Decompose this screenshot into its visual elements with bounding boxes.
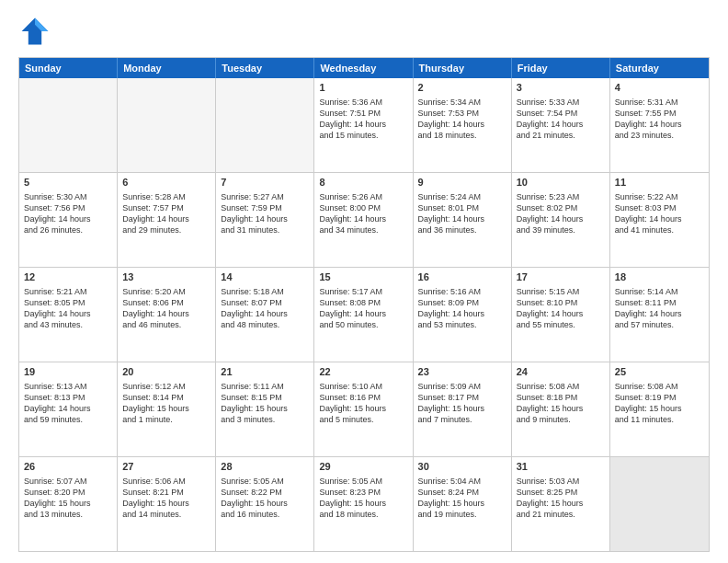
day-number: 12 xyxy=(24,270,112,284)
calendar-cell: 18Sunrise: 5:14 AM Sunset: 8:11 PM Dayli… xyxy=(610,268,709,362)
calendar-body: 1Sunrise: 5:36 AM Sunset: 7:51 PM Daylig… xyxy=(19,78,709,551)
day-number: 4 xyxy=(615,81,704,95)
day-number: 9 xyxy=(418,176,506,190)
calendar-cell: 9Sunrise: 5:24 AM Sunset: 8:01 PM Daylig… xyxy=(414,173,512,267)
day-info: Sunrise: 5:26 AM Sunset: 8:00 PM Dayligh… xyxy=(319,191,407,236)
day-number: 25 xyxy=(615,365,704,379)
day-number: 10 xyxy=(517,176,605,190)
day-info: Sunrise: 5:10 AM Sunset: 8:16 PM Dayligh… xyxy=(319,381,407,426)
calendar-cell: 2Sunrise: 5:34 AM Sunset: 7:53 PM Daylig… xyxy=(414,78,512,172)
calendar-cell xyxy=(610,457,709,551)
day-number: 27 xyxy=(122,460,210,474)
calendar-cell: 20Sunrise: 5:12 AM Sunset: 8:14 PM Dayli… xyxy=(118,362,216,456)
day-number: 24 xyxy=(517,365,605,379)
day-info: Sunrise: 5:21 AM Sunset: 8:05 PM Dayligh… xyxy=(24,286,112,331)
day-info: Sunrise: 5:05 AM Sunset: 8:23 PM Dayligh… xyxy=(319,476,407,521)
calendar-cell: 11Sunrise: 5:22 AM Sunset: 8:03 PM Dayli… xyxy=(610,173,709,267)
weekday-header: Friday xyxy=(512,58,610,78)
calendar-cell: 25Sunrise: 5:08 AM Sunset: 8:19 PM Dayli… xyxy=(610,362,709,456)
page: SundayMondayTuesdayWednesdayThursdayFrid… xyxy=(0,0,728,563)
day-info: Sunrise: 5:30 AM Sunset: 7:56 PM Dayligh… xyxy=(24,191,112,236)
calendar-cell: 24Sunrise: 5:08 AM Sunset: 8:18 PM Dayli… xyxy=(512,362,610,456)
day-info: Sunrise: 5:36 AM Sunset: 7:51 PM Dayligh… xyxy=(319,97,407,142)
calendar-cell: 1Sunrise: 5:36 AM Sunset: 7:51 PM Daylig… xyxy=(314,78,413,172)
weekday-header: Monday xyxy=(118,58,216,78)
day-number: 11 xyxy=(615,176,704,190)
calendar-cell: 10Sunrise: 5:23 AM Sunset: 8:02 PM Dayli… xyxy=(512,173,610,267)
day-number: 18 xyxy=(615,270,704,284)
weekday-header: Wednesday xyxy=(314,58,413,78)
calendar-cell: 3Sunrise: 5:33 AM Sunset: 7:54 PM Daylig… xyxy=(512,78,610,172)
calendar-cell: 14Sunrise: 5:18 AM Sunset: 8:07 PM Dayli… xyxy=(216,268,314,362)
day-info: Sunrise: 5:05 AM Sunset: 8:22 PM Dayligh… xyxy=(221,476,309,521)
day-number: 7 xyxy=(221,176,309,190)
day-info: Sunrise: 5:23 AM Sunset: 8:02 PM Dayligh… xyxy=(517,191,605,236)
calendar-cell: 21Sunrise: 5:11 AM Sunset: 8:15 PM Dayli… xyxy=(216,362,314,456)
calendar-row: 19Sunrise: 5:13 AM Sunset: 8:13 PM Dayli… xyxy=(19,362,709,456)
day-info: Sunrise: 5:34 AM Sunset: 7:53 PM Dayligh… xyxy=(418,97,506,142)
calendar: SundayMondayTuesdayWednesdayThursdayFrid… xyxy=(18,57,710,552)
day-number: 22 xyxy=(319,365,407,379)
calendar-cell: 22Sunrise: 5:10 AM Sunset: 8:16 PM Dayli… xyxy=(314,362,413,456)
day-info: Sunrise: 5:13 AM Sunset: 8:13 PM Dayligh… xyxy=(24,381,112,426)
day-info: Sunrise: 5:17 AM Sunset: 8:08 PM Dayligh… xyxy=(319,286,407,331)
day-info: Sunrise: 5:14 AM Sunset: 8:11 PM Dayligh… xyxy=(615,286,704,331)
day-info: Sunrise: 5:09 AM Sunset: 8:17 PM Dayligh… xyxy=(418,381,506,426)
day-number: 29 xyxy=(319,460,407,474)
day-info: Sunrise: 5:07 AM Sunset: 8:20 PM Dayligh… xyxy=(24,476,112,521)
day-number: 19 xyxy=(24,365,112,379)
calendar-row: 26Sunrise: 5:07 AM Sunset: 8:20 PM Dayli… xyxy=(19,456,709,551)
calendar-cell: 5Sunrise: 5:30 AM Sunset: 7:56 PM Daylig… xyxy=(19,173,118,267)
day-info: Sunrise: 5:33 AM Sunset: 7:54 PM Dayligh… xyxy=(517,97,605,142)
day-info: Sunrise: 5:11 AM Sunset: 8:15 PM Dayligh… xyxy=(221,381,309,426)
day-info: Sunrise: 5:03 AM Sunset: 8:25 PM Dayligh… xyxy=(517,476,605,521)
calendar-cell: 19Sunrise: 5:13 AM Sunset: 8:13 PM Dayli… xyxy=(19,362,118,456)
calendar-cell: 17Sunrise: 5:15 AM Sunset: 8:10 PM Dayli… xyxy=(512,268,610,362)
weekday-header: Tuesday xyxy=(216,58,314,78)
day-number: 21 xyxy=(221,365,309,379)
day-info: Sunrise: 5:20 AM Sunset: 8:06 PM Dayligh… xyxy=(122,286,210,331)
day-number: 30 xyxy=(418,460,506,474)
day-number: 28 xyxy=(221,460,309,474)
calendar-row: 1Sunrise: 5:36 AM Sunset: 7:51 PM Daylig… xyxy=(19,78,709,172)
day-number: 15 xyxy=(319,270,407,284)
calendar-cell xyxy=(19,78,118,172)
day-number: 3 xyxy=(517,81,605,95)
logo xyxy=(18,15,57,48)
day-number: 20 xyxy=(122,365,210,379)
day-info: Sunrise: 5:08 AM Sunset: 8:18 PM Dayligh… xyxy=(517,381,605,426)
calendar-cell: 27Sunrise: 5:06 AM Sunset: 8:21 PM Dayli… xyxy=(118,457,216,551)
day-number: 16 xyxy=(418,270,506,284)
header xyxy=(18,15,710,48)
day-info: Sunrise: 5:28 AM Sunset: 7:57 PM Dayligh… xyxy=(122,191,210,236)
calendar-cell: 16Sunrise: 5:16 AM Sunset: 8:09 PM Dayli… xyxy=(414,268,512,362)
calendar-cell: 8Sunrise: 5:26 AM Sunset: 8:00 PM Daylig… xyxy=(314,173,413,267)
day-number: 1 xyxy=(319,81,407,95)
calendar-row: 5Sunrise: 5:30 AM Sunset: 7:56 PM Daylig… xyxy=(19,172,709,267)
day-info: Sunrise: 5:08 AM Sunset: 8:19 PM Dayligh… xyxy=(615,381,704,426)
calendar-cell: 28Sunrise: 5:05 AM Sunset: 8:22 PM Dayli… xyxy=(216,457,314,551)
day-number: 13 xyxy=(122,270,210,284)
day-info: Sunrise: 5:16 AM Sunset: 8:09 PM Dayligh… xyxy=(418,286,506,331)
calendar-cell: 29Sunrise: 5:05 AM Sunset: 8:23 PM Dayli… xyxy=(314,457,413,551)
weekday-header: Saturday xyxy=(610,58,709,78)
day-number: 26 xyxy=(24,460,112,474)
day-info: Sunrise: 5:04 AM Sunset: 8:24 PM Dayligh… xyxy=(418,476,506,521)
calendar-header: SundayMondayTuesdayWednesdayThursdayFrid… xyxy=(19,58,709,78)
calendar-cell: 12Sunrise: 5:21 AM Sunset: 8:05 PM Dayli… xyxy=(19,268,118,362)
day-info: Sunrise: 5:22 AM Sunset: 8:03 PM Dayligh… xyxy=(615,191,704,236)
calendar-cell: 13Sunrise: 5:20 AM Sunset: 8:06 PM Dayli… xyxy=(118,268,216,362)
calendar-cell: 7Sunrise: 5:27 AM Sunset: 7:59 PM Daylig… xyxy=(216,173,314,267)
calendar-cell: 26Sunrise: 5:07 AM Sunset: 8:20 PM Dayli… xyxy=(19,457,118,551)
logo-icon xyxy=(18,15,51,48)
day-number: 6 xyxy=(122,176,210,190)
day-number: 8 xyxy=(319,176,407,190)
calendar-cell: 31Sunrise: 5:03 AM Sunset: 8:25 PM Dayli… xyxy=(512,457,610,551)
calendar-cell: 6Sunrise: 5:28 AM Sunset: 7:57 PM Daylig… xyxy=(118,173,216,267)
weekday-header: Thursday xyxy=(414,58,512,78)
calendar-cell: 4Sunrise: 5:31 AM Sunset: 7:55 PM Daylig… xyxy=(610,78,709,172)
day-info: Sunrise: 5:18 AM Sunset: 8:07 PM Dayligh… xyxy=(221,286,309,331)
day-info: Sunrise: 5:24 AM Sunset: 8:01 PM Dayligh… xyxy=(418,191,506,236)
day-info: Sunrise: 5:06 AM Sunset: 8:21 PM Dayligh… xyxy=(122,476,210,521)
day-info: Sunrise: 5:12 AM Sunset: 8:14 PM Dayligh… xyxy=(122,381,210,426)
